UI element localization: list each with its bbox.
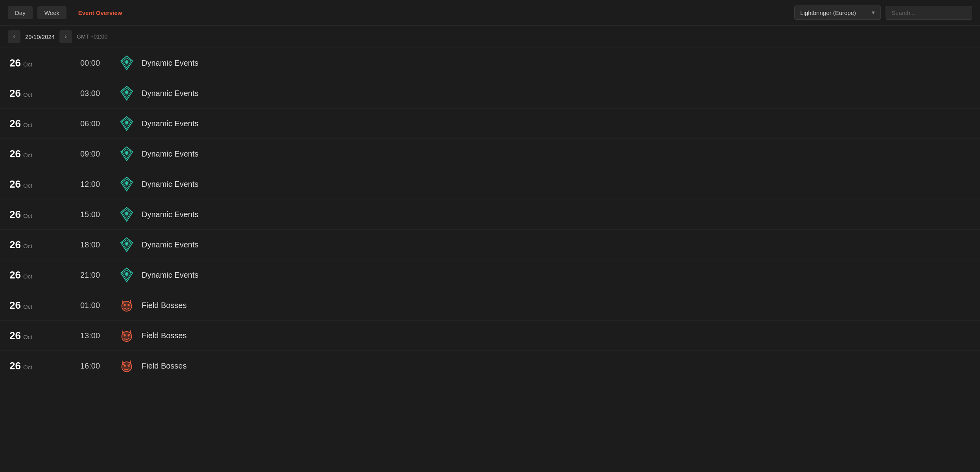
- event-day: 26: [9, 178, 21, 190]
- field-bosses-icon: [119, 297, 135, 313]
- event-row[interactable]: 26 Oct 00:00 Dynamic Events: [0, 48, 980, 78]
- event-month: Oct: [23, 61, 32, 68]
- event-day: 26: [9, 360, 21, 372]
- event-time: 01:00: [80, 301, 112, 310]
- event-month: Oct: [23, 152, 32, 159]
- event-row[interactable]: 26 Oct 18:00 Dynamic Events: [0, 230, 980, 260]
- event-day: 26: [9, 299, 21, 312]
- event-time: 00:00: [80, 59, 112, 68]
- svg-point-25: [126, 152, 127, 154]
- event-row[interactable]: 26 Oct 16:00 Field Bosses: [0, 351, 980, 381]
- header-right: Lightbringer (Europe) ▾: [794, 6, 972, 20]
- svg-point-39: [126, 213, 127, 214]
- dynamic-events-icon: [119, 267, 135, 283]
- event-row[interactable]: 26 Oct 03:00 Dynamic Events: [0, 78, 980, 109]
- event-day: 26: [9, 330, 21, 342]
- event-time: 15:00: [80, 210, 112, 219]
- event-month: Oct: [23, 91, 32, 98]
- svg-point-18: [126, 122, 127, 124]
- event-date: 26 Oct: [9, 87, 80, 100]
- event-overview-button[interactable]: Event Overview: [71, 6, 129, 19]
- event-name: Dynamic Events: [142, 240, 199, 249]
- event-name: Field Bosses: [142, 361, 187, 371]
- event-day: 26: [9, 269, 21, 281]
- event-date: 26 Oct: [9, 269, 80, 281]
- event-time: 12:00: [80, 180, 112, 189]
- event-day: 26: [9, 148, 21, 160]
- event-name: Field Bosses: [142, 331, 187, 340]
- svg-point-11: [126, 92, 127, 93]
- event-time: 06:00: [80, 119, 112, 128]
- app-container: Day Week Event Overview Lightbringer (Eu…: [0, 0, 980, 472]
- week-view-button[interactable]: Week: [37, 6, 66, 19]
- current-date: 29/10/2024: [25, 33, 55, 40]
- event-date: 26 Oct: [9, 330, 80, 342]
- event-row[interactable]: 26 Oct 01:00 Field Bosses: [0, 290, 980, 321]
- event-name: Dynamic Events: [142, 119, 199, 128]
- event-name: Field Bosses: [142, 301, 187, 310]
- event-time: 13:00: [80, 331, 112, 340]
- svg-point-46: [126, 243, 127, 245]
- event-row[interactable]: 26 Oct 06:00 Dynamic Events: [0, 109, 980, 139]
- chevron-down-icon: ▾: [872, 9, 875, 16]
- event-month: Oct: [23, 243, 32, 249]
- next-date-button[interactable]: ›: [59, 30, 72, 43]
- event-row[interactable]: 26 Oct 09:00 Dynamic Events: [0, 139, 980, 169]
- dynamic-events-icon: [119, 176, 135, 192]
- event-month: Oct: [23, 303, 32, 310]
- svg-point-4: [126, 61, 127, 63]
- date-nav: ‹ 29/10/2024 › GMT +01:00: [0, 26, 980, 48]
- server-select[interactable]: Lightbringer (Europe) ▾: [794, 6, 881, 20]
- event-day: 26: [9, 118, 21, 130]
- server-label: Lightbringer (Europe): [800, 9, 856, 16]
- dynamic-events-icon: [119, 146, 135, 162]
- event-name: Dynamic Events: [142, 89, 199, 98]
- event-name: Dynamic Events: [142, 210, 199, 219]
- event-time: 16:00: [80, 361, 112, 371]
- event-time: 09:00: [80, 149, 112, 159]
- day-view-button[interactable]: Day: [8, 6, 33, 19]
- event-date: 26 Oct: [9, 148, 80, 160]
- event-month: Oct: [23, 122, 32, 128]
- event-month: Oct: [23, 334, 32, 340]
- dynamic-events-icon: [119, 237, 135, 253]
- event-month: Oct: [23, 364, 32, 371]
- event-month: Oct: [23, 182, 32, 189]
- dynamic-events-icon: [119, 55, 135, 71]
- event-row[interactable]: 26 Oct 21:00 Dynamic Events: [0, 260, 980, 290]
- svg-point-53: [126, 273, 127, 275]
- event-time: 21:00: [80, 271, 112, 280]
- event-day: 26: [9, 87, 21, 100]
- event-row[interactable]: 26 Oct 13:00 Field Bosses: [0, 321, 980, 351]
- event-name: Dynamic Events: [142, 180, 199, 189]
- event-time: 18:00: [80, 240, 112, 249]
- event-month: Oct: [23, 212, 32, 219]
- dynamic-events-icon: [119, 206, 135, 222]
- field-bosses-icon: [119, 328, 135, 343]
- event-name: Dynamic Events: [142, 59, 199, 68]
- dynamic-events-icon: [119, 116, 135, 131]
- event-date: 26 Oct: [9, 360, 80, 372]
- event-row[interactable]: 26 Oct 15:00 Dynamic Events: [0, 199, 980, 230]
- event-date: 26 Oct: [9, 299, 80, 312]
- events-list: 26 Oct 00:00 Dynamic Events 26 Oct: [0, 48, 980, 381]
- event-time: 03:00: [80, 89, 112, 98]
- event-date: 26 Oct: [9, 57, 80, 69]
- dynamic-events-icon: [119, 85, 135, 101]
- event-day: 26: [9, 239, 21, 251]
- event-month: Oct: [23, 273, 32, 280]
- prev-date-button[interactable]: ‹: [8, 30, 20, 43]
- timezone-label: GMT +01:00: [77, 33, 107, 40]
- header-bar: Day Week Event Overview Lightbringer (Eu…: [0, 0, 980, 26]
- event-day: 26: [9, 208, 21, 221]
- search-input[interactable]: [886, 6, 972, 20]
- event-date: 26 Oct: [9, 208, 80, 221]
- field-bosses-icon: [119, 358, 135, 374]
- event-name: Dynamic Events: [142, 149, 199, 159]
- event-row[interactable]: 26 Oct 12:00 Dynamic Events: [0, 169, 980, 199]
- event-date: 26 Oct: [9, 118, 80, 130]
- event-day: 26: [9, 57, 21, 69]
- event-date: 26 Oct: [9, 178, 80, 190]
- event-name: Dynamic Events: [142, 271, 199, 280]
- event-date: 26 Oct: [9, 239, 80, 251]
